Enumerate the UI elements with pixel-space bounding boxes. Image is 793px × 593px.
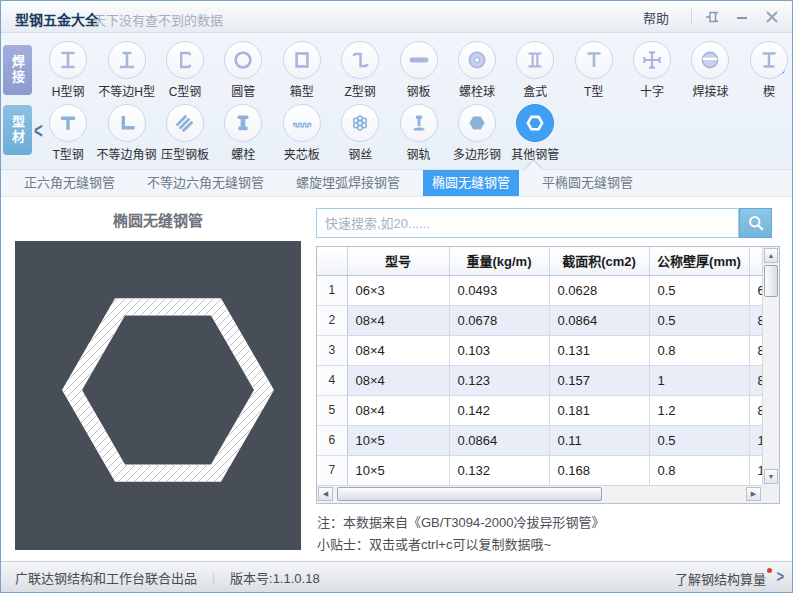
subtab-4-selected[interactable]: 椭圆无缝钢管 bbox=[423, 170, 519, 196]
search-input[interactable] bbox=[316, 208, 739, 238]
column-header[interactable]: 型号 bbox=[347, 247, 449, 275]
column-header[interactable]: 公称壁厚(mm) bbox=[649, 247, 749, 275]
scroll-down-button[interactable]: ▼ bbox=[764, 469, 778, 484]
table-cell[interactable]: 0.0628 bbox=[549, 275, 649, 305]
horizontal-scroll-thumb[interactable] bbox=[337, 487, 602, 501]
category-item-weld-ball[interactable]: 焊接球 bbox=[681, 41, 739, 99]
status-bar: 广联达钢结构和工作台联合出品 ｜ 版本号:1.1.0.18 了解钢结构算量 > bbox=[1, 561, 792, 592]
table-cell[interactable]: 1 bbox=[649, 365, 749, 395]
table-cell[interactable]: 0.123 bbox=[449, 365, 549, 395]
scroll-right-button[interactable]: ▶ bbox=[746, 487, 761, 501]
row-number-cell[interactable]: 1 bbox=[317, 275, 347, 305]
column-header[interactable]: 重量(kg/m) bbox=[449, 247, 549, 275]
category-item-wedge[interactable]: 楔 bbox=[740, 41, 792, 99]
chevron-right-icon[interactable]: > bbox=[776, 567, 784, 587]
table-cell[interactable]: 0.8 bbox=[649, 335, 749, 365]
category-item-box-section[interactable]: 盒式 bbox=[506, 41, 564, 99]
table-cell[interactable]: 0.132 bbox=[449, 455, 549, 485]
minimize-button[interactable] bbox=[732, 8, 752, 26]
scroll-up-button[interactable]: ▲ bbox=[764, 248, 778, 263]
category-item-label: 压型钢板 bbox=[161, 145, 209, 162]
category-item-label: 多边形钢 bbox=[453, 145, 501, 162]
table-cell[interactable]: 08×4 bbox=[347, 335, 449, 365]
category-item-steel-wire[interactable]: 钢丝 bbox=[331, 104, 389, 162]
table-cell[interactable]: 0.0493 bbox=[449, 275, 549, 305]
table-cell[interactable]: 1 bbox=[749, 425, 762, 455]
angle-unequal-icon bbox=[108, 104, 146, 142]
table-cell[interactable]: 08×4 bbox=[347, 305, 449, 335]
table-cell[interactable]: 08×4 bbox=[347, 365, 449, 395]
close-button[interactable] bbox=[762, 8, 782, 26]
help-menu[interactable]: 帮助 bbox=[643, 8, 681, 27]
table-cell[interactable]: 1.2 bbox=[649, 395, 749, 425]
search-icon bbox=[746, 213, 766, 233]
row-number-cell[interactable]: 3 bbox=[317, 335, 347, 365]
table-cell[interactable]: 0.5 bbox=[649, 425, 749, 455]
table-cell[interactable]: 8 bbox=[749, 305, 762, 335]
table-cell[interactable]: 6 bbox=[749, 275, 762, 305]
subtab-5[interactable]: 平椭圆无缝钢管 bbox=[533, 170, 642, 196]
table-cell[interactable]: 8 bbox=[749, 395, 762, 425]
category-item-t-steel[interactable]: T型钢 bbox=[39, 104, 97, 162]
column-header[interactable] bbox=[749, 247, 762, 275]
bolt-ball-icon bbox=[458, 41, 496, 79]
category-item-label: 楔 bbox=[763, 82, 775, 99]
table-cell[interactable]: 06×3 bbox=[347, 275, 449, 305]
table-cell[interactable]: 0.157 bbox=[549, 365, 649, 395]
category-item-other-pipe[interactable]: 其他钢管 bbox=[506, 104, 564, 162]
row-number-cell[interactable]: 4 bbox=[317, 365, 347, 395]
table-cell[interactable]: 08×4 bbox=[347, 395, 449, 425]
category-item-sandwich-panel[interactable]: 夹芯板 bbox=[273, 104, 331, 162]
search-button[interactable] bbox=[739, 208, 772, 238]
table-cell[interactable]: 0.0678 bbox=[449, 305, 549, 335]
category-item-hbeam[interactable]: H型钢 bbox=[39, 41, 97, 99]
row-number-cell[interactable]: 6 bbox=[317, 425, 347, 455]
vertical-scroll-thumb[interactable] bbox=[764, 265, 778, 297]
subtab-2[interactable]: 不等边六角无缝钢管 bbox=[138, 170, 273, 196]
table-cell[interactable]: 0.181 bbox=[549, 395, 649, 425]
table-cell[interactable]: 0.142 bbox=[449, 395, 549, 425]
table-cell[interactable]: 8 bbox=[749, 335, 762, 365]
table-cell[interactable]: 0.11 bbox=[549, 425, 649, 455]
sidebar-tab-weld[interactable]: 焊接 bbox=[3, 45, 32, 95]
table-cell[interactable]: 10×5 bbox=[347, 425, 449, 455]
category-item-polygon-steel[interactable]: 多边形钢 bbox=[448, 104, 506, 162]
table-cell[interactable]: 0.0864 bbox=[449, 425, 549, 455]
table-cell[interactable]: 1 bbox=[749, 455, 762, 485]
category-item-rail[interactable]: 钢轨 bbox=[389, 104, 447, 162]
table-cell[interactable]: 0.8 bbox=[649, 455, 749, 485]
scroll-left-button[interactable]: ◀ bbox=[318, 487, 333, 501]
row-number-header[interactable] bbox=[317, 247, 347, 275]
subtab-1[interactable]: 正六角无缝钢管 bbox=[15, 170, 124, 196]
pin-button[interactable] bbox=[702, 8, 722, 26]
table-cell[interactable]: 0.168 bbox=[549, 455, 649, 485]
category-item-bolt-ball[interactable]: 螺栓球 bbox=[448, 41, 506, 99]
table-cell[interactable]: 0.0864 bbox=[549, 305, 649, 335]
category-item-box[interactable]: 箱型 bbox=[273, 41, 331, 99]
table-cell[interactable]: 10×5 bbox=[347, 455, 449, 485]
sidebar-tab-profile[interactable]: 型材 bbox=[3, 105, 32, 155]
category-item-bolt[interactable]: 螺栓 bbox=[214, 104, 272, 162]
table-cell[interactable]: 0.5 bbox=[649, 305, 749, 335]
row-number-cell[interactable]: 2 bbox=[317, 305, 347, 335]
category-item-angle-unequal[interactable]: 不等边角钢 bbox=[97, 104, 155, 162]
category-item-z-steel[interactable]: Z型钢 bbox=[331, 41, 389, 99]
category-item-cross[interactable]: 十字 bbox=[623, 41, 681, 99]
table-cell[interactable]: 0.5 bbox=[649, 275, 749, 305]
row-number-cell[interactable]: 7 bbox=[317, 455, 347, 485]
subtab-3[interactable]: 螺旋埋弧焊接钢管 bbox=[287, 170, 409, 196]
category-item-t-shape[interactable]: T型 bbox=[565, 41, 623, 99]
category-item-c-channel[interactable]: C型钢 bbox=[156, 41, 214, 99]
vertical-scrollbar[interactable]: ▲ ▼ bbox=[762, 247, 779, 485]
category-item-corrugated-sheet[interactable]: 压型钢板 bbox=[156, 104, 214, 162]
horizontal-scrollbar[interactable]: ◀ ▶ bbox=[317, 485, 762, 503]
category-item-plate[interactable]: 钢板 bbox=[389, 41, 447, 99]
table-cell[interactable]: 0.131 bbox=[549, 335, 649, 365]
table-cell[interactable]: 8 bbox=[749, 365, 762, 395]
column-header[interactable]: 截面积(cm2) bbox=[549, 247, 649, 275]
category-item-pipe[interactable]: 圆管 bbox=[214, 41, 272, 99]
table-cell[interactable]: 0.103 bbox=[449, 335, 549, 365]
category-item-hbeam-unequal[interactable]: 不等边H型 bbox=[97, 41, 155, 99]
learn-quantity-link[interactable]: 了解钢结构算量 bbox=[675, 569, 766, 588]
row-number-cell[interactable]: 5 bbox=[317, 395, 347, 425]
